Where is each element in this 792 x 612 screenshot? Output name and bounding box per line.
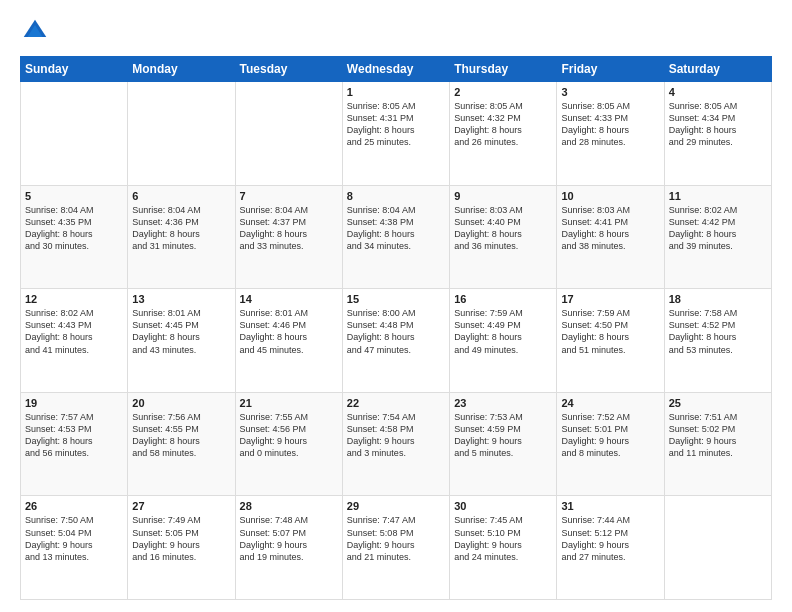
day-number: 23: [454, 397, 552, 409]
weekday-header: Saturday: [664, 57, 771, 82]
day-info: Sunrise: 7:49 AM Sunset: 5:05 PM Dayligh…: [132, 514, 230, 563]
calendar-cell: 3Sunrise: 8:05 AM Sunset: 4:33 PM Daylig…: [557, 82, 664, 186]
calendar-week-row: 26Sunrise: 7:50 AM Sunset: 5:04 PM Dayli…: [21, 496, 772, 600]
day-info: Sunrise: 8:04 AM Sunset: 4:37 PM Dayligh…: [240, 204, 338, 253]
logo: [20, 16, 54, 46]
day-number: 13: [132, 293, 230, 305]
day-info: Sunrise: 7:50 AM Sunset: 5:04 PM Dayligh…: [25, 514, 123, 563]
calendar-cell: 31Sunrise: 7:44 AM Sunset: 5:12 PM Dayli…: [557, 496, 664, 600]
day-number: 26: [25, 500, 123, 512]
calendar-cell: 4Sunrise: 8:05 AM Sunset: 4:34 PM Daylig…: [664, 82, 771, 186]
weekday-header: Friday: [557, 57, 664, 82]
calendar-cell: 14Sunrise: 8:01 AM Sunset: 4:46 PM Dayli…: [235, 289, 342, 393]
day-number: 1: [347, 86, 445, 98]
day-info: Sunrise: 7:54 AM Sunset: 4:58 PM Dayligh…: [347, 411, 445, 460]
calendar-cell: 5Sunrise: 8:04 AM Sunset: 4:35 PM Daylig…: [21, 185, 128, 289]
day-info: Sunrise: 7:48 AM Sunset: 5:07 PM Dayligh…: [240, 514, 338, 563]
weekday-header: Sunday: [21, 57, 128, 82]
day-info: Sunrise: 7:53 AM Sunset: 4:59 PM Dayligh…: [454, 411, 552, 460]
day-info: Sunrise: 8:04 AM Sunset: 4:36 PM Dayligh…: [132, 204, 230, 253]
day-info: Sunrise: 8:04 AM Sunset: 4:35 PM Dayligh…: [25, 204, 123, 253]
day-number: 30: [454, 500, 552, 512]
calendar-cell: 8Sunrise: 8:04 AM Sunset: 4:38 PM Daylig…: [342, 185, 449, 289]
day-number: 12: [25, 293, 123, 305]
calendar-cell: 19Sunrise: 7:57 AM Sunset: 4:53 PM Dayli…: [21, 392, 128, 496]
day-number: 8: [347, 190, 445, 202]
day-number: 14: [240, 293, 338, 305]
calendar-cell: 1Sunrise: 8:05 AM Sunset: 4:31 PM Daylig…: [342, 82, 449, 186]
calendar-cell: 12Sunrise: 8:02 AM Sunset: 4:43 PM Dayli…: [21, 289, 128, 393]
header: [20, 16, 772, 46]
calendar-cell: 16Sunrise: 7:59 AM Sunset: 4:49 PM Dayli…: [450, 289, 557, 393]
day-info: Sunrise: 8:04 AM Sunset: 4:38 PM Dayligh…: [347, 204, 445, 253]
day-number: 27: [132, 500, 230, 512]
calendar-cell: 29Sunrise: 7:47 AM Sunset: 5:08 PM Dayli…: [342, 496, 449, 600]
calendar-cell: 18Sunrise: 7:58 AM Sunset: 4:52 PM Dayli…: [664, 289, 771, 393]
weekday-header: Thursday: [450, 57, 557, 82]
day-info: Sunrise: 7:55 AM Sunset: 4:56 PM Dayligh…: [240, 411, 338, 460]
calendar-cell: [21, 82, 128, 186]
day-number: 28: [240, 500, 338, 512]
weekday-header: Tuesday: [235, 57, 342, 82]
day-info: Sunrise: 8:05 AM Sunset: 4:32 PM Dayligh…: [454, 100, 552, 149]
day-number: 10: [561, 190, 659, 202]
calendar-cell: 24Sunrise: 7:52 AM Sunset: 5:01 PM Dayli…: [557, 392, 664, 496]
calendar-cell: 23Sunrise: 7:53 AM Sunset: 4:59 PM Dayli…: [450, 392, 557, 496]
calendar-cell: 10Sunrise: 8:03 AM Sunset: 4:41 PM Dayli…: [557, 185, 664, 289]
day-info: Sunrise: 8:05 AM Sunset: 4:34 PM Dayligh…: [669, 100, 767, 149]
calendar-week-row: 12Sunrise: 8:02 AM Sunset: 4:43 PM Dayli…: [21, 289, 772, 393]
calendar-week-row: 1Sunrise: 8:05 AM Sunset: 4:31 PM Daylig…: [21, 82, 772, 186]
day-info: Sunrise: 8:05 AM Sunset: 4:33 PM Dayligh…: [561, 100, 659, 149]
calendar-cell: 17Sunrise: 7:59 AM Sunset: 4:50 PM Dayli…: [557, 289, 664, 393]
day-info: Sunrise: 8:01 AM Sunset: 4:45 PM Dayligh…: [132, 307, 230, 356]
calendar-cell: 2Sunrise: 8:05 AM Sunset: 4:32 PM Daylig…: [450, 82, 557, 186]
day-number: 9: [454, 190, 552, 202]
day-info: Sunrise: 7:59 AM Sunset: 4:50 PM Dayligh…: [561, 307, 659, 356]
calendar-cell: 9Sunrise: 8:03 AM Sunset: 4:40 PM Daylig…: [450, 185, 557, 289]
day-info: Sunrise: 7:56 AM Sunset: 4:55 PM Dayligh…: [132, 411, 230, 460]
day-info: Sunrise: 7:47 AM Sunset: 5:08 PM Dayligh…: [347, 514, 445, 563]
calendar-cell: 13Sunrise: 8:01 AM Sunset: 4:45 PM Dayli…: [128, 289, 235, 393]
day-info: Sunrise: 8:05 AM Sunset: 4:31 PM Dayligh…: [347, 100, 445, 149]
day-info: Sunrise: 7:45 AM Sunset: 5:10 PM Dayligh…: [454, 514, 552, 563]
day-info: Sunrise: 7:57 AM Sunset: 4:53 PM Dayligh…: [25, 411, 123, 460]
day-number: 3: [561, 86, 659, 98]
calendar-cell: [664, 496, 771, 600]
day-number: 22: [347, 397, 445, 409]
weekday-header: Wednesday: [342, 57, 449, 82]
day-info: Sunrise: 8:03 AM Sunset: 4:41 PM Dayligh…: [561, 204, 659, 253]
day-info: Sunrise: 7:52 AM Sunset: 5:01 PM Dayligh…: [561, 411, 659, 460]
weekday-header-row: SundayMondayTuesdayWednesdayThursdayFrid…: [21, 57, 772, 82]
day-number: 16: [454, 293, 552, 305]
calendar-cell: 28Sunrise: 7:48 AM Sunset: 5:07 PM Dayli…: [235, 496, 342, 600]
calendar-table: SundayMondayTuesdayWednesdayThursdayFrid…: [20, 56, 772, 600]
calendar-cell: 21Sunrise: 7:55 AM Sunset: 4:56 PM Dayli…: [235, 392, 342, 496]
day-number: 17: [561, 293, 659, 305]
logo-icon: [20, 16, 50, 46]
day-number: 29: [347, 500, 445, 512]
calendar-cell: 15Sunrise: 8:00 AM Sunset: 4:48 PM Dayli…: [342, 289, 449, 393]
calendar-cell: [235, 82, 342, 186]
day-number: 21: [240, 397, 338, 409]
day-number: 6: [132, 190, 230, 202]
weekday-header: Monday: [128, 57, 235, 82]
day-info: Sunrise: 8:01 AM Sunset: 4:46 PM Dayligh…: [240, 307, 338, 356]
calendar-cell: 22Sunrise: 7:54 AM Sunset: 4:58 PM Dayli…: [342, 392, 449, 496]
page: SundayMondayTuesdayWednesdayThursdayFrid…: [0, 0, 792, 612]
day-info: Sunrise: 7:58 AM Sunset: 4:52 PM Dayligh…: [669, 307, 767, 356]
day-number: 11: [669, 190, 767, 202]
calendar-cell: 11Sunrise: 8:02 AM Sunset: 4:42 PM Dayli…: [664, 185, 771, 289]
day-info: Sunrise: 8:02 AM Sunset: 4:42 PM Dayligh…: [669, 204, 767, 253]
calendar-cell: 6Sunrise: 8:04 AM Sunset: 4:36 PM Daylig…: [128, 185, 235, 289]
day-number: 20: [132, 397, 230, 409]
day-number: 19: [25, 397, 123, 409]
day-number: 18: [669, 293, 767, 305]
calendar-week-row: 19Sunrise: 7:57 AM Sunset: 4:53 PM Dayli…: [21, 392, 772, 496]
day-number: 24: [561, 397, 659, 409]
calendar-cell: 7Sunrise: 8:04 AM Sunset: 4:37 PM Daylig…: [235, 185, 342, 289]
day-info: Sunrise: 8:02 AM Sunset: 4:43 PM Dayligh…: [25, 307, 123, 356]
day-number: 25: [669, 397, 767, 409]
calendar-cell: 26Sunrise: 7:50 AM Sunset: 5:04 PM Dayli…: [21, 496, 128, 600]
day-number: 5: [25, 190, 123, 202]
day-number: 2: [454, 86, 552, 98]
